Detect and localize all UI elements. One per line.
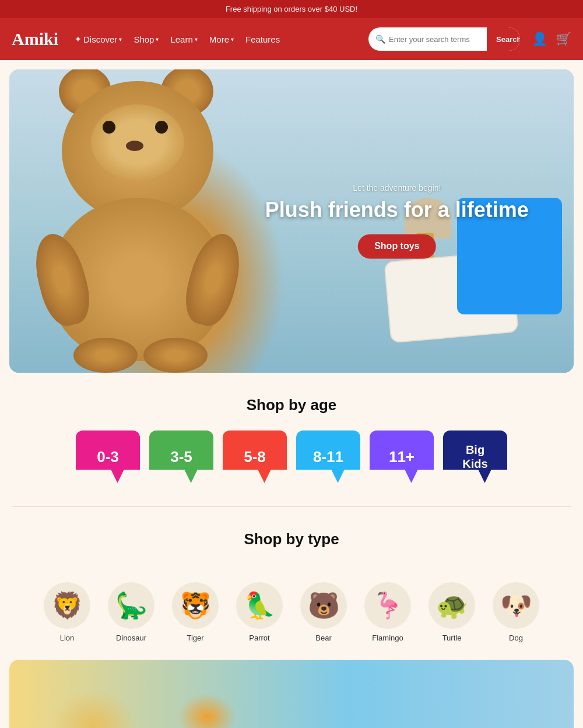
- type-dinosaur[interactable]: 🦕 Dinosaur: [102, 582, 160, 642]
- type-parrot[interactable]: 🦜 Parrot: [230, 582, 289, 642]
- shop-by-age-title: Shop by age: [12, 396, 571, 414]
- shop-by-age-section: Shop by age 0-3 3-5 5-8 8-11 11+ BigKids: [0, 373, 583, 506]
- hero-title: Plush friends for a lifetime: [265, 197, 529, 222]
- nav-features[interactable]: Features: [241, 31, 285, 48]
- age-badge-big-kids[interactable]: BigKids: [443, 430, 507, 483]
- type-turtle[interactable]: 🐢 Turtle: [423, 582, 481, 642]
- bottom-teaser[interactable]: [9, 660, 574, 728]
- lion-icon: 🦁: [44, 582, 90, 629]
- turtle-icon: 🐢: [429, 582, 475, 629]
- chevron-down-icon: ▾: [231, 36, 234, 43]
- chevron-down-icon: ▾: [195, 36, 198, 43]
- announcement-bar: Free shipping on orders over $40 USD!: [0, 0, 583, 18]
- search-input[interactable]: [389, 35, 487, 44]
- header: Amiki ✦ Discover ▾ Shop ▾ Learn ▾ More ▾…: [0, 18, 583, 60]
- tiger-label: Tiger: [187, 634, 203, 642]
- bear-label: Bear: [315, 634, 331, 642]
- search-icon: 🔍: [375, 34, 385, 44]
- shop-by-type-title: Shop by type: [12, 530, 571, 548]
- bottom-teaser-image: [9, 660, 574, 728]
- search-button[interactable]: Search: [487, 27, 520, 51]
- age-badge-3-5[interactable]: 3-5: [149, 430, 213, 483]
- age-badge-0-3[interactable]: 0-3: [76, 430, 140, 483]
- age-badge-5-8[interactable]: 5-8: [223, 430, 287, 483]
- teddy-bear-illustration: [27, 104, 272, 373]
- type-bear[interactable]: 🐻 Bear: [294, 582, 353, 642]
- nav-learn[interactable]: Learn ▾: [166, 31, 202, 48]
- account-icon[interactable]: 👤: [532, 32, 547, 47]
- type-grid: 🦁 Lion 🦕 Dinosaur 🐯 Tiger 🦜 Parrot 🐻 Bea…: [0, 576, 583, 660]
- sparkle-icon: ✦: [75, 34, 82, 44]
- flamingo-label: Flamingo: [372, 634, 403, 642]
- hero-subtitle: Let the adventure begin!: [265, 183, 529, 192]
- type-lion[interactable]: 🦁 Lion: [38, 582, 96, 642]
- announcement-text: Free shipping on orders over $40 USD!: [226, 5, 357, 13]
- chevron-down-icon: ▾: [156, 36, 159, 43]
- type-dog[interactable]: 🐶 Dog: [487, 582, 545, 642]
- type-tiger[interactable]: 🐯 Tiger: [166, 582, 224, 642]
- header-icons: 👤 🛒: [532, 32, 571, 47]
- nav-more[interactable]: More ▾: [205, 31, 238, 48]
- dog-icon: 🐶: [493, 582, 539, 629]
- cart-icon[interactable]: 🛒: [556, 32, 571, 47]
- tiger-icon: 🐯: [172, 582, 219, 629]
- chevron-down-icon: ▾: [119, 36, 122, 43]
- age-badges-container: 0-3 3-5 5-8 8-11 11+ BigKids: [12, 430, 571, 483]
- shop-toys-button[interactable]: Shop toys: [358, 235, 436, 259]
- shop-by-type-section: Shop by type: [0, 507, 583, 576]
- bear-icon: 🐻: [300, 582, 347, 629]
- main-nav: ✦ Discover ▾ Shop ▾ Learn ▾ More ▾ Featu…: [70, 31, 363, 48]
- lion-label: Lion: [60, 634, 75, 642]
- parrot-icon: 🦜: [236, 582, 283, 629]
- flamingo-icon: 🦩: [364, 582, 411, 629]
- age-badge-8-11[interactable]: 8-11: [296, 430, 360, 483]
- nav-shop[interactable]: Shop ▾: [129, 31, 163, 48]
- search-bar: 🔍 Search: [368, 27, 520, 51]
- nav-discover[interactable]: ✦ Discover ▾: [70, 31, 127, 48]
- turtle-label: Turtle: [442, 634, 462, 642]
- dinosaur-label: Dinosaur: [116, 634, 146, 642]
- age-badge-11plus[interactable]: 11+: [370, 430, 434, 483]
- dog-label: Dog: [509, 634, 523, 642]
- hero-text-block: Let the adventure begin! Plush friends f…: [265, 183, 529, 258]
- logo[interactable]: Amiki: [12, 29, 58, 49]
- dinosaur-icon: 🦕: [108, 582, 154, 629]
- hero-section: Let the adventure begin! Plush friends f…: [9, 69, 574, 373]
- parrot-label: Parrot: [249, 634, 269, 642]
- type-flamingo[interactable]: 🦩 Flamingo: [359, 582, 417, 642]
